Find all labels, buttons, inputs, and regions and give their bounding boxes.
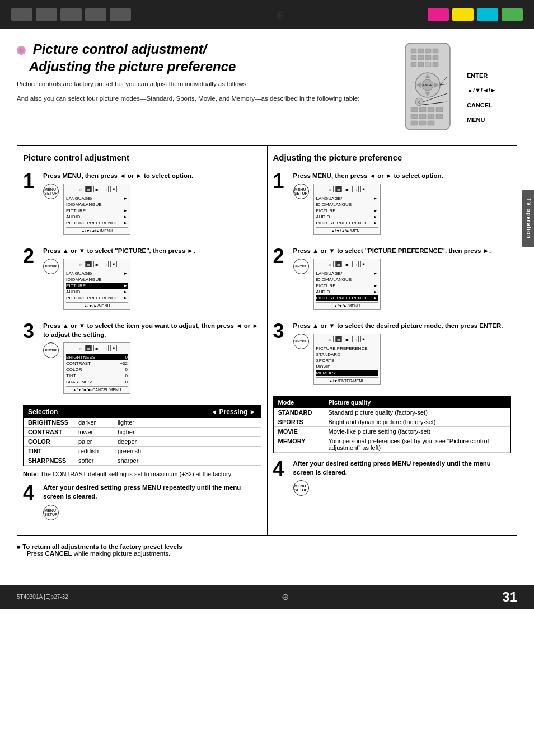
sel-color-left: paler <box>78 438 118 445</box>
menu-icon-3: ▣ <box>93 186 100 192</box>
svg-rect-29 <box>436 114 443 119</box>
menu-icon-r2-2: ▦ <box>335 261 342 267</box>
menu-icon-r3-2: ▦ <box>335 336 342 342</box>
menu-icon-1: ☆ <box>77 186 83 192</box>
tv-operation-tab: TV operation <box>522 190 534 247</box>
remote-svg: ENTER C <box>394 40 461 135</box>
sel-brightness-left: darker <box>78 419 118 426</box>
menu-icon-r1-3: ▣ <box>344 186 350 192</box>
svg-rect-24 <box>428 107 434 112</box>
right-step-2: 2 Press ▲ or ▼ to select "PICTURE PREFER… <box>273 246 512 314</box>
mode-sports-name: SPORTS <box>278 419 317 425</box>
menu-icons-row-r1: ☆ ▦ ▣ ◫ ◙ <box>316 186 378 194</box>
svg-text:ENTER: ENTER <box>423 83 433 87</box>
menu3-row-tint: TINT0 <box>66 373 128 379</box>
menu-icon-r1-4: ◫ <box>352 186 359 192</box>
sel-tint-name: TINT <box>28 448 78 454</box>
menu-r3-picp: PICTURE PREFERENCE <box>316 345 378 351</box>
menu-r3-movie: MOVIE <box>316 364 378 370</box>
left-step2-num: 2 <box>23 246 39 266</box>
mode-row-movie: MOVIE Movie-like picture setting (factor… <box>274 427 511 436</box>
menu-r3-sports: SPORTS <box>316 358 378 364</box>
menu-icon-4: ◫ <box>102 186 109 192</box>
left-step1-text: Press MENU, then press ◄ or ► to select … <box>43 171 261 180</box>
svg-rect-26 <box>411 114 418 119</box>
menu2-row-audio: AUDIO► <box>66 289 128 295</box>
right-step1-num: 1 <box>273 171 289 191</box>
bottom-bar: 5T40301A [E]p27-32 ⊕ 31 <box>0 585 534 609</box>
main-content: Picture control adjustment/ Adjusting th… <box>0 29 534 568</box>
svg-rect-11 <box>425 62 431 67</box>
menu-icon-2-5: ◙ <box>110 261 117 267</box>
right-step1-content: Press MENU, then press ◄ or ► to select … <box>293 171 512 240</box>
svg-rect-31 <box>419 121 426 125</box>
title-oval-icon <box>17 46 26 55</box>
sel-row-tint: TINT reddish greenish <box>24 447 261 456</box>
factory-note-title: ■ To return all adjustments to the facto… <box>17 543 517 550</box>
menu-row-language: LANGUAGE/► <box>66 195 128 201</box>
sel-row-color: COLOR paler deeper <box>24 437 261 447</box>
left-step3-content: Press ▲ or ▼ to select the item you want… <box>43 321 261 398</box>
menu-icon-r3-1: ☆ <box>327 336 334 342</box>
sel-tint-right: greenish <box>118 448 157 454</box>
menu-r2-pref: PICTURE PREFERENCE► <box>316 295 378 301</box>
menu3-row-contrast: CONTRAST+32 <box>66 360 128 367</box>
menu-screen-2: ☆ ▦ ▣ ◫ ◙ LANGUAGE/► IDIOMA/LANGUE PICTU… <box>63 259 130 310</box>
menu-screen-r1: ☆ ▦ ▣ ◫ ◙ LANGUAGE/► IDIOMA/LANGUE PICTU… <box>313 184 381 235</box>
bottom-left-text: 5T40301A [E]p27-32 <box>17 594 68 600</box>
menu-setup-icon-r1: MENUSETUP <box>293 184 309 199</box>
sel-brightness-name: BRIGHTNESS <box>28 419 78 426</box>
svg-rect-7 <box>425 55 431 60</box>
mode-row-sports: SPORTS Bright and dynamic picture (facto… <box>274 417 511 427</box>
note-text: The CONTRAST default setting is set to m… <box>40 471 232 477</box>
svg-text:C: C <box>418 101 420 104</box>
menu2-row-language: LANGUAGE/► <box>66 270 128 276</box>
menu3-row-brightness: BRIGHTNESS0 <box>66 354 128 360</box>
left-step4-num: 4 <box>23 483 39 503</box>
selection-label: Selection <box>28 408 58 416</box>
menu-icon-3-1: ☆ <box>77 345 83 351</box>
menu-setup-icon-r2: ENTER <box>293 259 309 274</box>
top-bar: ⊕ <box>0 0 534 29</box>
bar-block-1 <box>11 8 32 21</box>
left-step-4: 4 After your desired setting press MENU … <box>23 483 261 521</box>
right-step2-num: 2 <box>273 246 289 266</box>
svg-rect-9 <box>411 62 416 67</box>
menu-footer-3: ▲/▼/◄/►/CANCEL/MENU <box>66 386 128 392</box>
menu-icons-row-r2: ☆ ▦ ▣ ◫ ◙ <box>316 261 378 269</box>
left-step4-text: After your desired setting press MENU re… <box>43 483 261 501</box>
menu-icon-r3-5: ◙ <box>360 336 367 342</box>
right-step3-diagram: ENTER ☆ ▦ ▣ ◫ ◙ PICTURE PREFERENCE STAND… <box>293 334 512 385</box>
svg-rect-27 <box>419 114 426 119</box>
menu-screen-r2: ☆ ▦ ▣ ◫ ◙ LANGUAGE/► IDIOMA/LANGUE PICTU… <box>313 259 381 310</box>
note-title: Note: <box>23 471 39 477</box>
right-step2-diagram: ENTER ☆ ▦ ▣ ◫ ◙ LANGUAGE/► IDIOMA/LANGUE <box>293 259 512 310</box>
menu-setup-icon-r4: MENUSETUP <box>293 480 309 496</box>
top-bar-color-blocks <box>428 8 523 21</box>
page-number: 31 <box>502 589 517 605</box>
svg-rect-3 <box>425 49 431 53</box>
main-title: Picture control adjustment/ Adjusting th… <box>17 40 377 75</box>
mode-memory-desc: Your personal preferences (set by you; s… <box>329 438 507 451</box>
right-step1-text: Press MENU, then press ◄ or ► to select … <box>293 171 512 180</box>
mode-sports-desc: Bright and dynamic picture (factory-set) <box>329 419 507 425</box>
menu-screen-3: ☆ ▦ ▣ ◫ ◙ BRIGHTNESS0 CONTRAST+32 COLOR0… <box>63 342 130 394</box>
title-desc1: Picture controls are factory preset but … <box>17 79 377 89</box>
menu-icons-row-r3: ☆ ▦ ▣ ◫ ◙ <box>316 336 378 344</box>
right-step4-num: 4 <box>273 459 289 479</box>
title-section: Picture control adjustment/ Adjusting th… <box>17 40 517 135</box>
title-line2: Adjusting the picture preference <box>29 59 236 74</box>
bar-block-2 <box>36 8 57 21</box>
svg-rect-22 <box>411 107 418 112</box>
right-step4-content: After your desired setting press MENU re… <box>293 459 512 497</box>
mode-header: Mode Picture quality <box>274 397 511 408</box>
menu-icon-3-5: ◙ <box>110 345 117 351</box>
menu3-row-sharpness: SHARPNESS0 <box>66 379 128 385</box>
sel-contrast-name: CONTRAST <box>28 429 78 435</box>
sel-sharpness-right: sharper <box>118 457 157 464</box>
sel-row-sharpness: SHARPNESS softer sharper <box>24 456 261 466</box>
menu-icons-row-1: ☆ ▦ ▣ ◫ ◙ <box>66 186 128 194</box>
color-block-green <box>502 8 523 21</box>
right-step1-diagram: MENUSETUP ☆ ▦ ▣ ◫ ◙ LANGUAGE/► IDIOMA/LA… <box>293 184 512 235</box>
left-step1-diagram: MENUSETUP ☆ ▦ ▣ ◫ ◙ LANGUAGE/► IDIOMA/LA… <box>43 184 261 235</box>
